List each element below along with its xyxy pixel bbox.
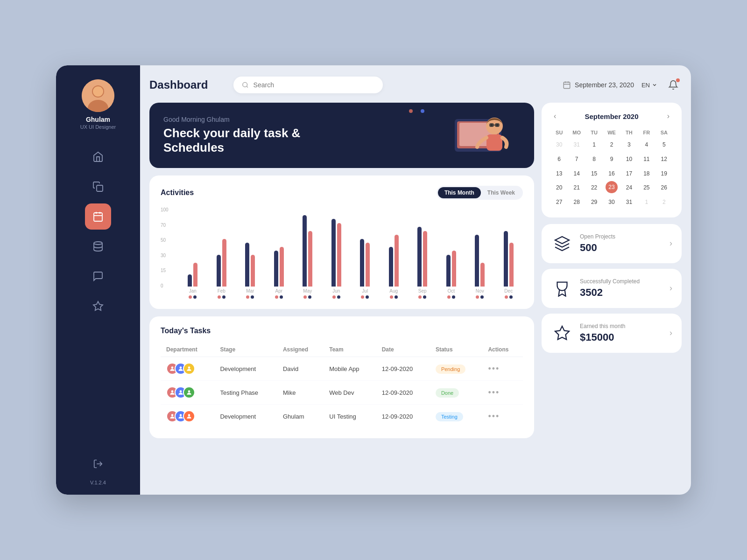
stat-arrow-open-projects[interactable]: › bbox=[669, 238, 672, 248]
cal-day[interactable]: 30 bbox=[603, 196, 620, 209]
calendar-next-button[interactable]: › bbox=[664, 111, 672, 121]
bar-pink bbox=[452, 251, 456, 287]
toggle-this-month[interactable]: This Month bbox=[438, 187, 481, 198]
svg-point-35 bbox=[180, 414, 182, 416]
cal-day[interactable]: 15 bbox=[586, 167, 602, 181]
task-actions[interactable]: ••• bbox=[482, 381, 523, 405]
cal-day[interactable]: 26 bbox=[656, 181, 672, 195]
table-row: DevelopmentGhulamUI Testing12-09-2020Tes… bbox=[161, 405, 523, 428]
actions-dots[interactable]: ••• bbox=[488, 412, 500, 421]
cal-day[interactable]: 3 bbox=[621, 138, 637, 152]
cal-day[interactable]: 24 bbox=[621, 181, 637, 195]
cal-day-other[interactable]: 2 bbox=[656, 196, 672, 209]
app-container: Ghulam UX UI Designer bbox=[56, 65, 691, 495]
cal-day[interactable]: 14 bbox=[568, 167, 585, 181]
cal-day[interactable]: 6 bbox=[551, 153, 567, 166]
cal-day[interactable]: 19 bbox=[656, 167, 672, 181]
actions-dots[interactable]: ••• bbox=[488, 364, 500, 373]
cal-day[interactable]: 25 bbox=[638, 181, 655, 195]
stat-label-successfully-completed: Successfully Completed bbox=[580, 278, 663, 285]
sidebar-item-calendar[interactable] bbox=[85, 203, 111, 230]
cal-day[interactable]: 9 bbox=[603, 153, 620, 166]
cal-day[interactable]: 12 bbox=[656, 153, 672, 166]
calendar-icon bbox=[563, 81, 571, 89]
calendar-month-title: September 2020 bbox=[585, 112, 638, 120]
stat-card-earned-this-month[interactable]: Earned this month$15000› bbox=[542, 314, 682, 353]
cal-day[interactable]: 4 bbox=[638, 138, 655, 152]
cal-day[interactable]: 18 bbox=[638, 167, 655, 181]
logout-button[interactable] bbox=[85, 451, 111, 477]
cal-day[interactable]: 17 bbox=[621, 167, 637, 181]
cal-day[interactable]: 31 bbox=[621, 196, 637, 209]
dot-pair bbox=[178, 295, 207, 299]
cal-day[interactable]: 10 bbox=[621, 153, 637, 166]
task-assigned: Ghulam bbox=[277, 405, 324, 428]
bar-pink bbox=[423, 231, 427, 287]
notification-button[interactable] bbox=[665, 77, 682, 93]
month-label: Jan bbox=[178, 288, 207, 294]
avatar bbox=[82, 79, 114, 112]
toggle-this-week[interactable]: This Week bbox=[481, 187, 521, 198]
cal-day[interactable]: 8 bbox=[586, 153, 602, 166]
stat-info-successfully-completed: Successfully Completed3502 bbox=[580, 278, 663, 299]
cal-day[interactable]: 16 bbox=[603, 167, 620, 181]
stat-cards: Open Projects500›Successfully Completed3… bbox=[542, 224, 682, 353]
status-badge: Done bbox=[436, 388, 459, 398]
sidebar-item-bank[interactable] bbox=[85, 144, 111, 170]
task-team: Mobile App bbox=[324, 357, 376, 381]
actions-dots[interactable]: ••• bbox=[488, 388, 500, 397]
sidebar-item-chat[interactable] bbox=[85, 263, 111, 289]
stat-card-open-projects[interactable]: Open Projects500› bbox=[542, 224, 682, 263]
svg-rect-5 bbox=[94, 213, 102, 221]
dot-pair bbox=[265, 295, 294, 299]
cal-day[interactable]: 20 bbox=[551, 181, 567, 195]
dept-avatar bbox=[183, 386, 195, 399]
cal-day[interactable]: 22 bbox=[586, 181, 602, 195]
task-actions[interactable]: ••• bbox=[482, 405, 523, 428]
cal-day[interactable]: 7 bbox=[568, 153, 585, 166]
cal-day[interactable]: 5 bbox=[656, 138, 672, 152]
sidebar-item-copy[interactable] bbox=[85, 174, 111, 200]
cal-day-other[interactable]: 1 bbox=[638, 196, 655, 209]
bar-pink bbox=[308, 231, 312, 287]
cal-day[interactable]: 27 bbox=[551, 196, 567, 209]
bar-dark bbox=[303, 215, 307, 287]
dot-pair bbox=[293, 295, 322, 299]
task-team: UI Testing bbox=[324, 405, 376, 428]
svg-point-28 bbox=[171, 366, 174, 369]
chart-month-group bbox=[207, 239, 236, 287]
search-input[interactable] bbox=[254, 81, 374, 89]
cal-day[interactable]: 21 bbox=[568, 181, 585, 195]
dot-pink bbox=[361, 295, 364, 299]
cal-day[interactable]: 11 bbox=[638, 153, 655, 166]
cal-day[interactable]: 29 bbox=[586, 196, 602, 209]
bar-pink bbox=[509, 243, 514, 287]
task-team: Web Dev bbox=[324, 381, 376, 405]
stat-value-open-projects: 500 bbox=[580, 242, 663, 254]
cal-day[interactable]: 28 bbox=[568, 196, 585, 209]
sidebar-item-database[interactable] bbox=[85, 233, 111, 259]
dept-avatars bbox=[166, 386, 209, 399]
calendar-header: ‹ September 2020 › bbox=[551, 111, 672, 121]
right-panel: ‹ September 2020 › SUMOTUWETHFRSA3031123… bbox=[542, 103, 682, 485]
svg-point-22 bbox=[490, 124, 493, 126]
task-actions[interactable]: ••• bbox=[482, 357, 523, 381]
cal-day-today[interactable]: 23 bbox=[606, 181, 618, 193]
tasks-column-header: Actions bbox=[482, 343, 523, 357]
stat-arrow-successfully-completed[interactable]: › bbox=[669, 283, 672, 293]
chart-title: Activities bbox=[161, 189, 194, 197]
calendar-prev-button[interactable]: ‹ bbox=[551, 111, 559, 121]
cal-day[interactable]: 13 bbox=[551, 167, 567, 181]
dot-pink bbox=[303, 295, 307, 299]
cal-day-other[interactable]: 31 bbox=[568, 138, 585, 152]
stat-card-successfully-completed[interactable]: Successfully Completed3502› bbox=[542, 269, 682, 308]
stat-arrow-earned-this-month[interactable]: › bbox=[669, 328, 672, 338]
cal-day-header: MO bbox=[568, 128, 585, 137]
cal-day[interactable]: 1 bbox=[586, 138, 602, 152]
cal-day[interactable]: 2 bbox=[603, 138, 620, 152]
sidebar-item-bookmark[interactable] bbox=[85, 293, 111, 319]
svg-point-9 bbox=[94, 242, 102, 245]
cal-day-other[interactable]: 30 bbox=[551, 138, 567, 152]
chart-month-group bbox=[380, 235, 409, 287]
language-badge[interactable]: EN bbox=[641, 82, 657, 89]
